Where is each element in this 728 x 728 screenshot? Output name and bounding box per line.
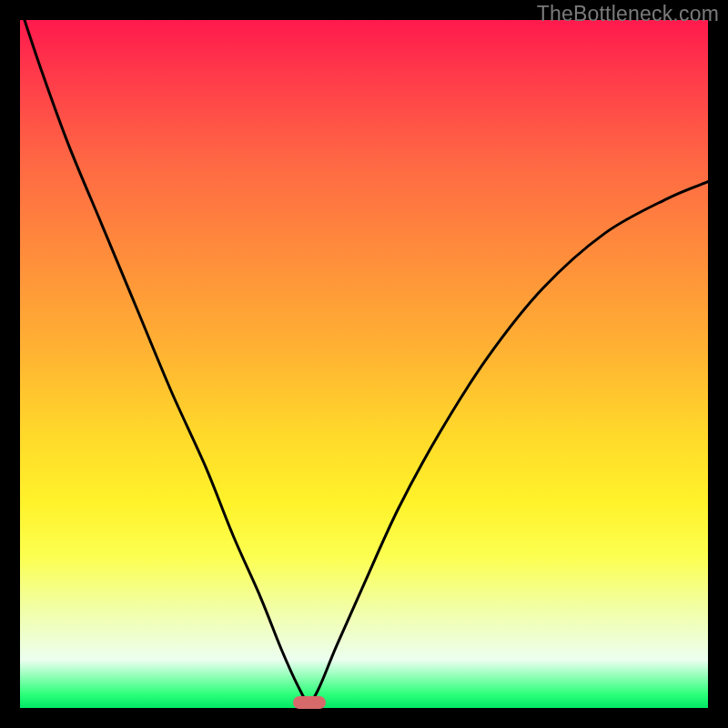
- optimal-marker: [293, 696, 326, 709]
- watermark-text: TheBottleneck.com: [537, 2, 719, 26]
- bottleneck-curve: [20, 20, 708, 708]
- chart-plot-area: [20, 20, 708, 708]
